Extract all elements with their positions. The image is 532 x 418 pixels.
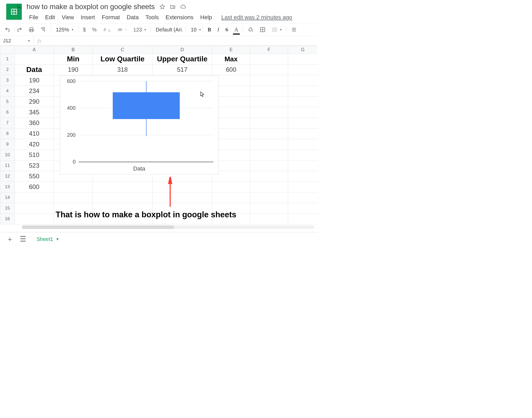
cell[interactable]: 345 bbox=[15, 107, 54, 118]
namebox-dropdown-icon[interactable]: ▼ bbox=[28, 39, 30, 42]
row-header[interactable]: 14 bbox=[0, 192, 15, 203]
cell[interactable]: 550 bbox=[15, 171, 54, 182]
cell[interactable] bbox=[212, 192, 250, 203]
cell[interactable] bbox=[250, 64, 288, 75]
cell[interactable]: Upper Quartile bbox=[152, 54, 212, 64]
add-sheet-button[interactable]: ＋ bbox=[6, 234, 14, 244]
cell[interactable] bbox=[250, 75, 288, 86]
cell[interactable] bbox=[152, 182, 212, 192]
print-icon[interactable] bbox=[27, 26, 36, 34]
cell[interactable]: 510 bbox=[15, 150, 54, 160]
text-color-button[interactable]: A bbox=[233, 26, 240, 34]
name-box[interactable]: J12 ▼ bbox=[0, 36, 34, 45]
menu-view[interactable]: View bbox=[59, 13, 76, 22]
cell[interactable] bbox=[288, 214, 318, 224]
cell[interactable]: Max bbox=[212, 54, 250, 64]
cell[interactable]: 190 bbox=[15, 75, 54, 86]
paint-format-icon[interactable] bbox=[39, 26, 48, 34]
cell[interactable]: 410 bbox=[15, 128, 54, 139]
cell[interactable] bbox=[288, 139, 318, 150]
document-title[interactable]: how to make a boxplot on google sheets bbox=[26, 2, 155, 11]
select-all-corner[interactable] bbox=[0, 46, 15, 54]
zoom-select[interactable]: 125% bbox=[54, 26, 75, 34]
row-header[interactable]: 15 bbox=[0, 203, 15, 214]
cell[interactable] bbox=[93, 182, 152, 192]
cell[interactable]: 523 bbox=[15, 160, 54, 171]
cell[interactable] bbox=[15, 214, 54, 224]
cell[interactable] bbox=[250, 150, 288, 160]
col-header-A[interactable]: A bbox=[15, 46, 54, 54]
cell[interactable] bbox=[288, 118, 318, 128]
redo-icon[interactable] bbox=[15, 26, 24, 34]
cell[interactable] bbox=[15, 54, 54, 64]
cell[interactable] bbox=[54, 182, 93, 192]
cell[interactable] bbox=[288, 150, 318, 160]
number-format-select[interactable]: 123 bbox=[132, 26, 148, 34]
strikethrough-button[interactable]: S bbox=[224, 26, 230, 34]
col-header-G[interactable]: G bbox=[288, 46, 318, 54]
col-header-F[interactable]: F bbox=[250, 46, 288, 54]
cell[interactable] bbox=[250, 128, 288, 139]
format-percent-button[interactable]: % bbox=[90, 26, 98, 34]
cell[interactable]: 190 bbox=[54, 64, 93, 75]
cell[interactable]: 517 bbox=[152, 64, 212, 75]
cell[interactable]: Data bbox=[15, 64, 54, 75]
cell[interactable] bbox=[288, 54, 318, 64]
col-header-D[interactable]: D bbox=[152, 46, 212, 54]
cell[interactable] bbox=[250, 86, 288, 96]
sheet-tab-menu-icon[interactable]: ▼ bbox=[56, 237, 59, 241]
all-sheets-icon[interactable]: ☰ bbox=[20, 235, 26, 243]
cell[interactable] bbox=[250, 139, 288, 150]
col-header-B[interactable]: B bbox=[54, 46, 93, 54]
cell[interactable] bbox=[250, 214, 288, 224]
cell[interactable] bbox=[54, 192, 93, 203]
cell[interactable] bbox=[250, 192, 288, 203]
font-family-select[interactable]: Default (Ari... bbox=[154, 26, 183, 34]
cell[interactable] bbox=[250, 96, 288, 107]
cell[interactable] bbox=[250, 118, 288, 128]
row-header[interactable]: 1 bbox=[0, 54, 15, 64]
borders-icon[interactable] bbox=[258, 26, 267, 34]
merge-cells-icon[interactable] bbox=[270, 26, 283, 34]
row-header[interactable]: 3 bbox=[0, 75, 15, 86]
horizontal-align-icon[interactable] bbox=[290, 26, 298, 34]
cell[interactable] bbox=[288, 171, 318, 182]
increase-decimal-button[interactable]: .00 → bbox=[116, 27, 129, 33]
menu-tools[interactable]: Tools bbox=[143, 13, 161, 22]
row-header[interactable]: 16 bbox=[0, 214, 15, 224]
cell[interactable] bbox=[288, 182, 318, 192]
format-currency-button[interactable]: $ bbox=[81, 26, 87, 34]
cell[interactable]: 290 bbox=[15, 96, 54, 107]
row-header[interactable]: 2 bbox=[0, 64, 15, 75]
horizontal-scrollbar[interactable] bbox=[22, 225, 314, 229]
spreadsheet-grid[interactable]: A B C D E F G 1 Min Low Quartile Upper Q… bbox=[0, 46, 317, 224]
cell[interactable] bbox=[288, 203, 318, 214]
menu-file[interactable]: File bbox=[26, 13, 41, 22]
sheet-tab[interactable]: Sheet1 ▼ bbox=[32, 234, 63, 244]
cell[interactable] bbox=[250, 160, 288, 171]
cell[interactable]: 600 bbox=[212, 64, 250, 75]
row-header[interactable]: 9 bbox=[0, 139, 15, 150]
row-header[interactable]: 12 bbox=[0, 171, 15, 182]
cell[interactable] bbox=[250, 182, 288, 192]
star-icon[interactable] bbox=[159, 4, 165, 10]
cell[interactable] bbox=[152, 192, 212, 203]
menu-edit[interactable]: Edit bbox=[42, 13, 57, 22]
cell[interactable] bbox=[250, 107, 288, 118]
decrease-decimal-button[interactable]: .0 ← bbox=[101, 27, 112, 33]
cell[interactable] bbox=[288, 96, 318, 107]
cell[interactable] bbox=[250, 54, 288, 64]
cell[interactable] bbox=[250, 171, 288, 182]
cell[interactable] bbox=[15, 192, 54, 203]
undo-icon[interactable] bbox=[3, 26, 12, 34]
font-size-select[interactable]: 10 bbox=[189, 26, 200, 34]
menu-insert[interactable]: Insert bbox=[78, 13, 98, 22]
cell[interactable] bbox=[288, 107, 318, 118]
last-edit-link[interactable]: Last edit was 2 minutes ago bbox=[221, 14, 292, 21]
cell[interactable] bbox=[250, 203, 288, 214]
cell[interactable] bbox=[288, 128, 318, 139]
bold-button[interactable]: B bbox=[206, 26, 212, 34]
cell[interactable]: 420 bbox=[15, 139, 54, 150]
scrollbar-thumb[interactable] bbox=[22, 225, 174, 229]
menu-extensions[interactable]: Extensions bbox=[163, 13, 196, 22]
